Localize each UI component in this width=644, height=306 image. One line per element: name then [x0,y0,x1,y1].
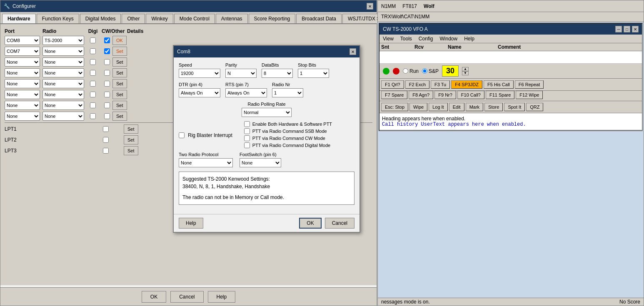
log-it-button[interactable]: Log It [429,103,448,111]
tab-mode-control[interactable]: Mode Control [174,14,215,23]
menu-tools[interactable]: Tools [400,36,412,42]
radio-select-4[interactable]: None [42,68,84,77]
menu-help[interactable]: Help [464,36,474,42]
port-select-5[interactable]: None [5,79,40,88]
f4-button[interactable]: F4 SP3JDZ [451,80,482,89]
set-button-6[interactable]: Set [112,90,127,99]
spin-up-button[interactable]: ▲ [462,67,469,71]
wipe-button[interactable]: Wipe [409,103,427,111]
menu-view[interactable]: View [383,36,394,42]
lpt3-checkbox[interactable] [103,148,109,154]
tab-other[interactable]: Other [122,14,145,23]
set-button-7[interactable]: Set [112,101,127,110]
polling-select[interactable]: Normal [242,108,292,117]
set-button-4[interactable]: Set [112,68,127,77]
cw-checkbox-5[interactable] [104,81,110,87]
port-select-6[interactable]: None [5,90,40,99]
rts-select[interactable]: Always On [225,88,267,97]
parity-select[interactable]: N [225,69,257,78]
lpt2-checkbox[interactable] [103,137,109,143]
port-select-2[interactable]: COM7 [5,47,40,56]
cw-checkbox-1[interactable] [104,37,110,43]
digi-checkbox-2[interactable] [90,48,96,54]
digi-checkbox-5[interactable] [90,81,96,87]
digi-checkbox-7[interactable] [90,102,96,108]
lpt1-set-button[interactable]: Set [124,124,138,134]
stopbits-select[interactable]: 1 [298,69,329,78]
databits-select[interactable]: 8 [262,69,293,78]
f12-button[interactable]: F12 Wipe [516,91,543,99]
cw-checkbox-7[interactable] [104,102,110,108]
f6-button[interactable]: F6 Repeat [515,80,544,89]
ptt-option-2-checkbox[interactable] [244,128,250,134]
f2-button[interactable]: F2 Exch [405,80,429,89]
tab-hardware[interactable]: Hardware [2,14,36,23]
menu-config[interactable]: Config [419,36,433,42]
cw-checkbox-4[interactable] [104,70,110,76]
cancel-button[interactable]: Cancel [170,291,203,303]
n1mm-tab-wolf[interactable]: Wolf [424,3,434,9]
edit-button[interactable]: Edit [449,103,464,111]
n1mm-tab-ft817[interactable]: FT817 [402,3,417,9]
sp-radio-input[interactable] [422,68,427,74]
n1mm-close-button[interactable]: ✕ [632,26,639,32]
com8-close-button[interactable]: ✕ [349,48,356,55]
digi-checkbox-4[interactable] [90,70,96,76]
port-select-1[interactable]: COM8 [5,36,40,45]
store-button[interactable]: Store [484,103,503,111]
number-spinner[interactable]: ▲ ▼ [462,67,469,75]
radio-nr-select[interactable]: 1 [272,88,303,97]
set-button-8[interactable]: Set [112,112,127,121]
n1mm-tab-n1mm[interactable]: N1MM [381,3,396,9]
radio-select-7[interactable]: None [42,101,84,110]
set-button-2[interactable]: Set [112,47,127,56]
f9-button[interactable]: F9 Nr? [434,91,456,99]
lpt3-set-button[interactable]: Set [124,146,138,155]
n1mm-minimize-button[interactable]: ─ [615,26,622,32]
tab-broadcast-data[interactable]: Broadcast Data [296,14,342,23]
n1mm-maximize-button[interactable]: □ [624,26,630,32]
f7-button[interactable]: F7 Spare [381,91,407,99]
configurer-close-button[interactable]: ✕ [367,3,373,10]
two-radio-select[interactable]: None [179,158,233,167]
com8-ok-button[interactable]: OK [299,218,321,229]
menu-window[interactable]: Window [440,36,458,42]
set-button-3[interactable]: Set [112,57,127,67]
tab-score-reporting[interactable]: Score Reporting [249,14,296,23]
digi-checkbox-1[interactable] [90,37,96,43]
com8-help-button[interactable]: Help [179,218,203,229]
f8-button[interactable]: F8 Agn? [409,91,433,99]
f11-button[interactable]: F11 Spare [486,91,514,99]
f5-button[interactable]: F5 His Call [484,80,514,89]
sp-radio[interactable]: S&P [422,68,439,74]
run-radio[interactable]: Run [403,68,419,74]
cw-checkbox-8[interactable] [104,113,110,119]
radio-select-1[interactable]: TS-2000 [42,36,84,45]
digi-checkbox-3[interactable] [90,59,96,65]
cw-checkbox-3[interactable] [104,59,110,65]
digi-checkbox-6[interactable] [90,92,96,97]
spin-down-button[interactable]: ▼ [462,71,469,75]
cw-checkbox-6[interactable] [104,92,110,97]
tab-winkey[interactable]: Winkey [146,14,173,23]
com8-cancel-button[interactable]: Cancel [325,218,354,229]
port-select-4[interactable]: None [5,68,40,77]
tab-antennas[interactable]: Antennas [216,14,248,23]
digi-checkbox-8[interactable] [90,113,96,119]
spot-it-button[interactable]: Spot It [504,103,525,111]
cw-checkbox-2[interactable] [104,48,110,54]
footswitch-select[interactable]: None [240,158,281,167]
f3-button[interactable]: F3 Tu [431,80,450,89]
f1-button[interactable]: F1 Qrl? [381,80,404,89]
radio-select-8[interactable]: None [42,112,84,121]
radio-select-5[interactable]: None [42,79,84,88]
rig-blaster-checkbox[interactable] [179,132,185,138]
ptt-option-3-checkbox[interactable] [244,135,250,141]
port-select-8[interactable]: None [5,112,40,121]
lpt2-set-button[interactable]: Set [124,135,138,144]
f10-button[interactable]: F10 Call? [457,91,484,99]
radio-select-2[interactable]: None [42,47,84,56]
speed-select[interactable]: 19200 [179,69,220,78]
lpt1-checkbox[interactable] [103,126,109,132]
radio-select-6[interactable]: None [42,90,84,99]
